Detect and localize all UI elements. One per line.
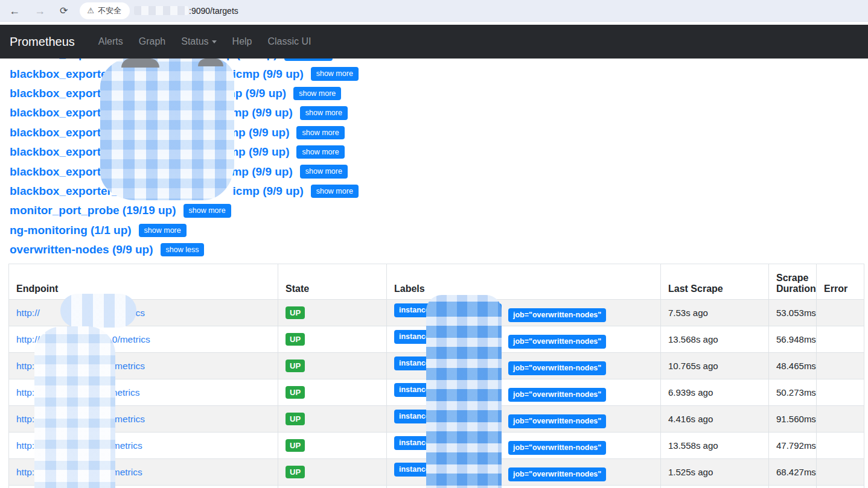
job-name-suffix: icmp (9/9 up) <box>233 185 304 197</box>
instance-label-badge: instance=" <box>394 356 502 370</box>
nav-item-classic-ui[interactable]: Classic UI <box>267 36 311 46</box>
endpoint-suffix: 0/metrics <box>107 361 145 371</box>
error-cell <box>817 353 864 379</box>
column-header-last-scrape: Last Scrape <box>661 264 769 300</box>
error-cell <box>817 406 864 433</box>
column-header-labels: Labels <box>387 264 661 300</box>
endpoint-link[interactable]: http://0/metrics <box>16 334 150 344</box>
state-cell: UP <box>278 300 387 326</box>
show-less-button[interactable]: show less <box>161 243 205 256</box>
endpoint-suffix: 0/metrics <box>107 414 145 424</box>
nav-item-status[interactable]: Status <box>181 36 216 46</box>
job-label-badge: job="overwritten-nodes" <box>508 414 606 428</box>
state-cell: UP <box>278 459 387 486</box>
last-scrape-cell: 6.939s ago <box>661 379 769 406</box>
state-badge: UP <box>286 333 305 346</box>
state-badge: UP <box>286 466 305 478</box>
target-row: http://metricsUPinstance="job="overwritt… <box>9 459 864 486</box>
address-bar[interactable]: :9090/targets <box>134 6 238 16</box>
job-group-link[interactable]: blackbox_exportecmp (9/9 up) <box>10 145 289 159</box>
error-cell <box>817 379 864 406</box>
forward-icon[interactable]: → <box>34 5 45 16</box>
endpoint-prefix: http:// <box>16 334 40 344</box>
state-badge: UP <box>286 386 305 399</box>
nav-item-label: Help <box>232 36 252 46</box>
scrape-duration-cell: 56.948ms <box>769 326 817 353</box>
show-more-button[interactable]: show more <box>296 126 344 139</box>
instance-label-badge: instance=" <box>394 410 502 423</box>
column-header-error: Error <box>817 264 864 300</box>
last-scrape-cell: 4.416s ago <box>661 406 769 433</box>
job-group-link[interactable]: monitor_port_probe (19/19 up) <box>10 204 176 217</box>
endpoint-link[interactable]: http:0/metrics <box>16 414 145 424</box>
endpoint-suffix: /metrics <box>112 308 145 318</box>
show-more-button[interactable]: show more <box>183 204 231 217</box>
prometheus-navbar: Prometheus AlertsGraphStatusHelpClassic … <box>0 25 868 59</box>
chevron-down-icon <box>212 40 217 43</box>
instance-label-badge: instance=" <box>394 383 502 397</box>
job-group-link[interactable]: blackbox_exporter_icmp (9/9 up) <box>10 185 304 198</box>
endpoint-link[interactable]: http:0/metrics <box>16 361 145 371</box>
job-name-prefix: blackbox_export <box>10 87 101 100</box>
show-more-button[interactable]: show more <box>296 145 344 159</box>
instance-label-badge: instance=" <box>394 463 502 477</box>
job-group-name: overwritten-nodes (9/9 up) <box>10 243 153 256</box>
show-more-button[interactable]: show more <box>311 67 359 80</box>
labels-cell: instance="job="overwritten-nodes" <box>387 300 661 326</box>
job-group-row: blackbox_exportecmp (9/9 up)show more <box>10 142 868 162</box>
labels-cell: instance="job="overwritten-nodes" <box>387 459 661 486</box>
show-more-button[interactable]: show more <box>300 165 348 178</box>
show-more-button[interactable]: show more <box>139 224 187 237</box>
last-scrape-cell: 10.765s ago <box>661 353 769 379</box>
target-row: http://metricsUPinstance="job="overwritt… <box>9 486 864 488</box>
job-group-row: ng-monitoring (1/1 up)show more <box>10 221 868 240</box>
state-cell: UP <box>278 353 387 379</box>
nav-item-label: Alerts <box>98 36 123 46</box>
nav-item-help[interactable]: Help <box>232 36 252 46</box>
state-badge: UP <box>286 439 305 452</box>
job-group-link[interactable]: blackbox_exporticmp (9/9 up) <box>10 87 286 100</box>
endpoint-link[interactable]: http://metrics <box>16 440 142 451</box>
show-more-button[interactable]: show more <box>311 185 359 198</box>
security-chip[interactable]: ⚠ 不安全 <box>80 2 130 19</box>
job-group-link[interactable]: blackbox_exportecmp (9/9 up) <box>10 126 289 139</box>
show-more-button[interactable]: show more <box>284 59 332 61</box>
show-more-button[interactable]: show more <box>300 106 348 119</box>
job-label-badge: job="overwritten-nodes" <box>508 308 606 322</box>
job-group-link[interactable]: blackbox_exporteicmp (9/9 up) <box>10 165 293 179</box>
endpoint-cell: http:/metrics <box>9 379 278 406</box>
endpoint-prefix: http: <box>16 387 34 398</box>
nav-item-alerts[interactable]: Alerts <box>98 36 123 46</box>
endpoint-link[interactable]: http://metrics <box>16 467 142 477</box>
brand-link[interactable]: Prometheus <box>10 35 75 49</box>
endpoint-suffix: /metrics <box>109 467 142 477</box>
endpoint-cell: http:0/metrics <box>9 406 278 433</box>
job-group-link[interactable]: blackbox_exporteicmp (9/9 up) <box>10 106 293 119</box>
endpoint-link[interactable]: http:/metrics <box>16 387 139 398</box>
back-icon[interactable]: ← <box>9 5 20 16</box>
job-group-row: blackbox_exportecmp (9/9 up)show more <box>10 123 868 142</box>
target-row: http:0/metricsUPinstance="job="overwritt… <box>9 406 864 433</box>
endpoint-prefix: http: <box>16 361 34 371</box>
job-group-name: ng-monitoring (1/1 up) <box>10 224 132 236</box>
job-group-link[interactable]: overwritten-nodes (9/9 up) <box>10 243 153 256</box>
job-label-badge: job="overwritten-nodes" <box>508 388 606 402</box>
job-group-link[interactable]: blackbox_exporter_icmp (9/9 up) <box>10 68 304 81</box>
job-name-prefix: blackbox_exporte <box>10 126 107 139</box>
scrape-duration-cell: 53.053ms <box>769 300 817 326</box>
column-header-state: State <box>278 264 387 300</box>
table-header-row: EndpointStateLabelsLast ScrapeScrape Dur… <box>9 264 864 300</box>
nav-item-graph[interactable]: Graph <box>139 36 165 46</box>
job-group-link[interactable]: blackbox_exporterp (9/9 up) <box>10 59 277 61</box>
scrape-duration-cell: 91.560ms <box>769 406 817 433</box>
job-group-row: blackbox_exporteicmp (9/9 up)show more <box>10 103 868 122</box>
security-chip-label: 不安全 <box>98 5 121 16</box>
job-group-link[interactable]: ng-monitoring (1/1 up) <box>10 224 132 237</box>
target-row: http:///metricsUPinstance="job="overwrit… <box>9 300 864 326</box>
scrape-duration-cell: 50.273ms <box>769 379 817 406</box>
refresh-icon[interactable]: ⟳ <box>60 6 68 16</box>
endpoint-link[interactable]: http:///metrics <box>16 308 145 318</box>
endpoint-prefix: http:// <box>16 308 40 318</box>
job-name-suffix: cmp (9/9 up) <box>222 126 290 139</box>
show-more-button[interactable]: show more <box>293 87 341 100</box>
